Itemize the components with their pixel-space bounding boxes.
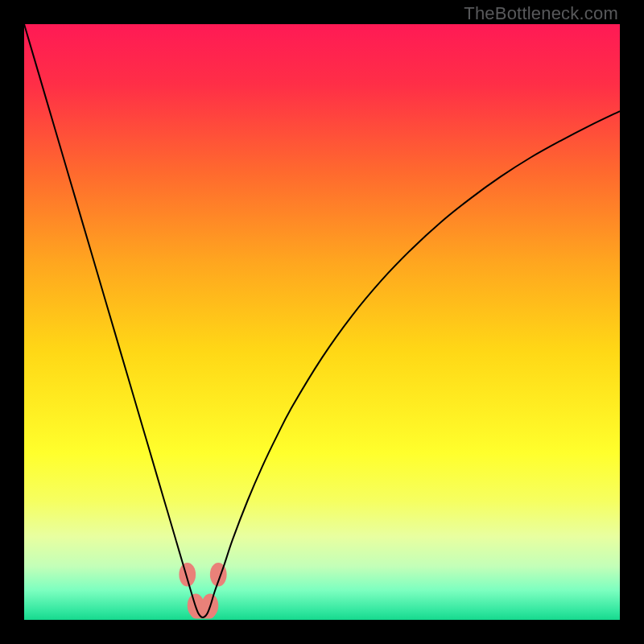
marker-left-top	[179, 563, 196, 587]
watermark-text: TheBottleneck.com	[464, 3, 618, 24]
markers-group	[179, 563, 226, 619]
curve-layer	[24, 24, 620, 620]
plot-area	[24, 24, 620, 620]
bottleneck-curve	[24, 24, 620, 617]
chart-frame: TheBottleneck.com	[0, 0, 644, 644]
